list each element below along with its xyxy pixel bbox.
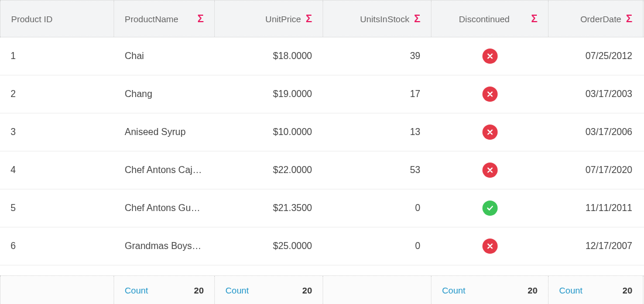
footer-count-value: 20: [622, 285, 632, 295]
cell-order-date: 07/17/2020: [549, 151, 643, 189]
cell-text: Chai: [125, 51, 144, 61]
cell-text: 07/17/2020: [585, 165, 632, 175]
footer-count-label[interactable]: Count: [559, 285, 622, 295]
cell-product-name: Chef Antons Gu…: [114, 189, 215, 227]
cell-text: $21.3500: [273, 203, 312, 213]
cell-text: 2: [11, 89, 16, 99]
cell-discontinued: [431, 227, 549, 265]
cell-text: $25.0000: [273, 241, 312, 251]
table-row[interactable]: 5Chef Antons Gu…$21.3500011/11/2011: [0, 189, 644, 227]
cell-text: 1: [11, 51, 16, 61]
cell-product-id: 4: [0, 151, 114, 189]
cell-product-name: Chef Antons Caj…: [114, 151, 215, 189]
column-header-order-date[interactable]: OrderDate Σ: [549, 1, 643, 37]
footer-count-label[interactable]: Count: [225, 285, 302, 295]
column-header-label: OrderDate: [559, 14, 621, 24]
cell-product-id: 1: [0, 37, 114, 75]
cell-text: Grandmas Boys…: [125, 241, 201, 251]
cell-text: 17: [410, 89, 420, 99]
cell-units-in-stock: 0: [323, 227, 431, 265]
cross-icon: [482, 87, 498, 102]
table-row[interactable]: 2Chang$19.00001703/17/2003: [0, 75, 644, 113]
sigma-icon[interactable]: Σ: [531, 13, 537, 25]
cell-unit-price: $25.0000: [215, 227, 323, 265]
cell-order-date: 03/17/2006: [549, 113, 643, 151]
cell-unit-price: $18.0000: [215, 37, 323, 75]
cell-product-id: 2: [0, 75, 114, 113]
cell-product-name: Chai: [114, 37, 215, 75]
cell-text: Aniseed Syrup: [125, 127, 186, 137]
table-row[interactable]: 3Aniseed Syrup$10.00001303/17/2006: [0, 113, 644, 151]
column-header-label: Product ID: [11, 14, 103, 24]
cell-units-in-stock: 13: [323, 113, 431, 151]
check-icon: [482, 201, 498, 216]
cross-icon: [482, 163, 498, 178]
cell-units-in-stock: 39: [323, 37, 431, 75]
footer-cell-product-name: Count 20: [114, 276, 215, 304]
column-header-label: UnitsInStock: [334, 14, 409, 24]
cell-text: 4: [11, 165, 16, 175]
cell-text: Chang: [125, 89, 152, 99]
cell-unit-price: $21.3500: [215, 189, 323, 227]
cell-units-in-stock: 17: [323, 75, 431, 113]
cell-text: 11/11/2011: [585, 203, 632, 213]
cell-product-name: Chang: [114, 75, 215, 113]
cell-text: 07/25/2012: [585, 51, 632, 61]
table-row[interactable]: 6Grandmas Boys…$25.0000012/17/2007: [0, 227, 644, 265]
cell-text: 0: [415, 241, 420, 251]
column-header-product-name[interactable]: ProductName Σ: [114, 1, 215, 37]
cell-unit-price: $22.0000: [215, 151, 323, 189]
cell-text: 03/17/2003: [585, 89, 632, 99]
column-header-label: ProductName: [125, 14, 193, 24]
column-header-label: Discontinued: [442, 14, 526, 24]
cell-unit-price: $19.0000: [215, 75, 323, 113]
footer-cell-order-date: Count 20: [549, 276, 643, 304]
footer-count-label[interactable]: Count: [442, 285, 527, 295]
grid-header-row: Product ID ProductName Σ UnitPrice Σ Uni…: [0, 0, 644, 37]
footer-cell-units-in-stock: [323, 276, 431, 304]
footer-cell-unit-price: Count 20: [215, 276, 323, 304]
cell-product-name: Aniseed Syrup: [114, 113, 215, 151]
cell-text: 39: [410, 51, 420, 61]
cell-discontinued: [431, 189, 549, 227]
sigma-icon[interactable]: Σ: [306, 13, 312, 25]
cross-icon: [482, 125, 498, 140]
column-header-discontinued[interactable]: Discontinued Σ: [431, 1, 549, 37]
cell-text: Chef Antons Gu…: [125, 203, 200, 213]
cell-text: $10.0000: [273, 127, 312, 137]
column-header-label: UnitPrice: [225, 14, 301, 24]
data-grid: Product ID ProductName Σ UnitPrice Σ Uni…: [0, 0, 644, 304]
cell-order-date: 12/17/2007: [549, 227, 643, 265]
table-row[interactable]: 4Chef Antons Caj…$22.00005307/17/2020: [0, 151, 644, 189]
grid-footer-spacer: [0, 265, 644, 276]
sigma-icon[interactable]: Σ: [626, 13, 632, 25]
cell-discontinued: [431, 151, 549, 189]
footer-cell-product-id: [0, 276, 114, 304]
grid-body: 1Chai$18.00003907/25/20122Chang$19.00001…: [0, 37, 644, 265]
cell-text: 3: [11, 127, 16, 137]
cell-text: 53: [410, 165, 420, 175]
cell-text: 5: [11, 203, 16, 213]
footer-count-label[interactable]: Count: [125, 285, 194, 295]
cell-product-name: Grandmas Boys…: [114, 227, 215, 265]
sigma-icon[interactable]: Σ: [197, 13, 204, 25]
cell-order-date: 07/25/2012: [549, 37, 643, 75]
cell-text: 03/17/2006: [585, 127, 632, 137]
column-header-units-in-stock[interactable]: UnitsInStock Σ: [323, 1, 431, 37]
column-header-unit-price[interactable]: UnitPrice Σ: [215, 1, 323, 37]
cell-discontinued: [431, 37, 549, 75]
table-row[interactable]: 1Chai$18.00003907/25/2012: [0, 37, 644, 75]
sigma-icon[interactable]: Σ: [414, 13, 420, 25]
cell-text: 13: [410, 127, 420, 137]
cell-order-date: 03/17/2003: [549, 75, 643, 113]
cell-text: $18.0000: [273, 51, 312, 61]
cell-discontinued: [431, 113, 549, 151]
cell-order-date: 11/11/2011: [549, 189, 643, 227]
cross-icon: [482, 49, 498, 64]
footer-count-value: 20: [527, 285, 537, 295]
cell-units-in-stock: 53: [323, 151, 431, 189]
column-header-product-id[interactable]: Product ID: [0, 1, 114, 37]
cell-product-id: 3: [0, 113, 114, 151]
cell-text: $22.0000: [273, 165, 312, 175]
footer-cell-discontinued: Count 20: [431, 276, 549, 304]
